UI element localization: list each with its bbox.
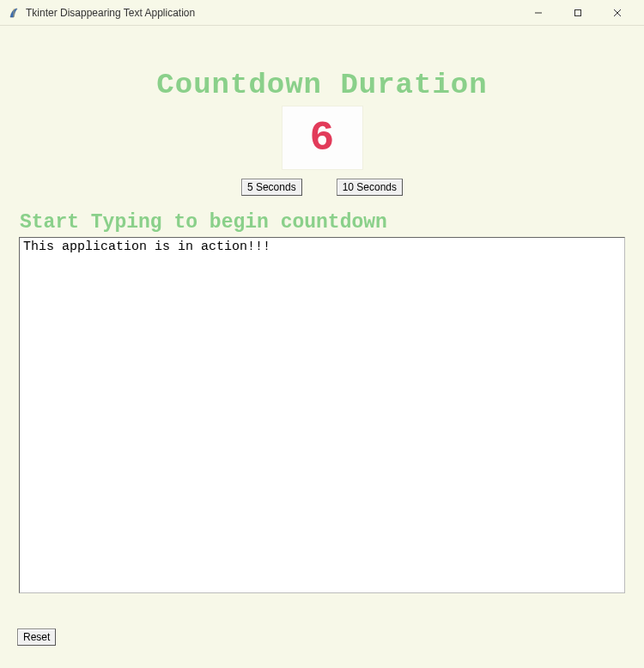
ten-seconds-button[interactable]: 10 Seconds (337, 179, 403, 196)
maximize-button[interactable] (558, 0, 598, 26)
app-icon (7, 6, 21, 20)
countdown-duration-heading: Countdown Duration (17, 69, 627, 101)
window-title: Tkinter Disappearing Text Application (26, 7, 519, 19)
duration-button-row: 5 Seconds 10 Seconds (17, 179, 627, 196)
window-controls (519, 0, 637, 26)
start-typing-heading: Start Typing to begin countdown (20, 211, 627, 234)
five-seconds-button[interactable]: 5 Seconds (241, 179, 302, 196)
countdown-number: 6 (310, 115, 335, 161)
countdown-display: 6 (282, 106, 363, 170)
window-titlebar: Tkinter Disappearing Text Application (0, 0, 644, 26)
app-body: Countdown Duration 6 5 Seconds 10 Second… (0, 26, 644, 668)
svg-rect-1 (575, 9, 581, 15)
typing-textarea[interactable] (19, 237, 625, 593)
minimize-button[interactable] (519, 0, 558, 26)
close-button[interactable] (598, 0, 637, 26)
reset-button[interactable]: Reset (17, 629, 56, 646)
